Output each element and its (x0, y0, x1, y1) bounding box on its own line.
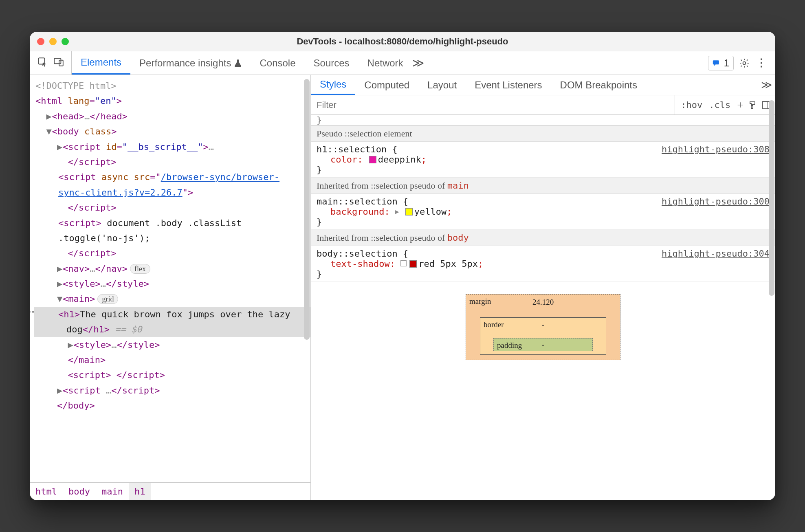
devtools-window: DevTools - localhost:8080/demo/highlight… (30, 32, 775, 500)
styles-panel: Styles Computed Layout Event Listeners D… (311, 75, 775, 500)
color-swatch-red[interactable] (409, 260, 417, 268)
subtab-computed[interactable]: Computed (355, 75, 418, 95)
html-tag-open[interactable]: <html (35, 96, 68, 106)
styles-scrollbar[interactable] (769, 100, 774, 296)
section-pseudo-selection: Pseudo ::selection element (311, 125, 775, 142)
main-tab-list: Elements Performance insights Console So… (72, 51, 424, 75)
rule-h1-selection[interactable]: highlight-pseudo:308 h1::selection { col… (311, 142, 775, 178)
selected-node-h1[interactable]: <h1>The quick brown fox jumps over the l… (34, 307, 310, 337)
styles-list[interactable]: } Pseudo ::selection element highlight-p… (311, 115, 775, 500)
box-model: margin 24.120 border - padding - (311, 282, 775, 360)
bs-script-node[interactable]: <script (63, 142, 106, 152)
crumb-h1[interactable]: h1 (129, 483, 151, 500)
crumb-html[interactable]: html (30, 483, 63, 500)
style-node-2[interactable]: <style> (73, 340, 111, 350)
section-inherited-main: Inherited from ::selection pseudo of mai… (311, 178, 775, 194)
clipped-rule-end: } (311, 115, 775, 125)
svg-point-3 (743, 62, 746, 64)
subtab-styles[interactable]: Styles (311, 75, 355, 95)
toolbar-left (30, 51, 72, 75)
toggle-cls[interactable]: .cls (706, 100, 734, 110)
tab-elements[interactable]: Elements (72, 51, 130, 75)
titlebar: DevTools - localhost:8080/demo/highlight… (30, 32, 775, 51)
issues-icon (713, 59, 721, 67)
svg-rect-1 (54, 58, 61, 64)
filter-actions: :hov .cls + (675, 95, 775, 114)
flask-icon (234, 59, 242, 68)
box-model-border[interactable]: border - padding - (480, 317, 606, 355)
more-menu-button[interactable]: ⋮ (755, 57, 768, 69)
subtab-event-listeners[interactable]: Event Listeners (466, 75, 551, 95)
layout-badge-flex[interactable]: flex (130, 264, 150, 274)
color-swatch-yellow[interactable] (405, 208, 413, 215)
tab-network[interactable]: Network (359, 51, 412, 75)
crumb-main[interactable]: main (96, 483, 129, 500)
body-node[interactable]: <body (52, 126, 84, 136)
main-node[interactable]: <main> (63, 294, 95, 304)
subtab-layout[interactable]: Layout (418, 75, 466, 95)
device-toggle-icon[interactable] (53, 57, 64, 70)
shadow-icon[interactable] (400, 260, 408, 268)
rule-main-selection[interactable]: highlight-pseudo:300 main::selection { b… (311, 194, 775, 230)
styles-subtabs: Styles Computed Layout Event Listeners D… (311, 75, 775, 95)
tab-performance-insights-label: Performance insights (139, 57, 231, 69)
inline-script-node[interactable]: <script> (58, 218, 101, 228)
toolbar-right: 1 ⋮ (708, 51, 775, 75)
tab-performance-insights[interactable]: Performance insights (130, 51, 251, 75)
source-link-1[interactable]: highlight-pseudo:308 (662, 144, 770, 154)
crumb-body[interactable]: body (63, 483, 96, 500)
main-toolbar: Elements Performance insights Console So… (30, 51, 775, 75)
subtab-dom-breakpoints[interactable]: DOM Breakpoints (551, 75, 646, 95)
new-style-rule-button[interactable]: + (734, 99, 747, 112)
filter-row: :hov .cls + (311, 95, 775, 115)
gear-icon (739, 58, 750, 68)
empty-script-node[interactable]: <script> </script> (68, 370, 165, 380)
box-model-padding[interactable]: padding - (493, 338, 593, 351)
style-node[interactable]: <style> (63, 279, 101, 289)
nav-node[interactable]: <nav> (63, 264, 90, 274)
settings-button[interactable] (738, 58, 751, 68)
subtab-overflow[interactable]: ≫ (757, 75, 775, 95)
issues-count: 1 (724, 57, 729, 69)
breadcrumb: html body main h1 (30, 482, 310, 500)
issues-button[interactable]: 1 (708, 56, 734, 70)
inspect-element-icon[interactable] (37, 57, 48, 70)
tab-console[interactable]: Console (251, 51, 304, 75)
toggle-hov[interactable]: :hov (677, 100, 706, 110)
browsersync-script-node[interactable]: <script (58, 172, 101, 182)
dom-tree[interactable]: <!DOCTYPE html> <html lang="en"> ▶<head>… (30, 75, 310, 482)
layout-badge-grid[interactable]: grid (97, 294, 118, 304)
box-model-margin[interactable]: margin 24.120 border - padding - (466, 294, 620, 360)
paint-icon[interactable] (748, 100, 758, 110)
styles-filter-input[interactable] (311, 95, 675, 114)
window-title: DevTools - localhost:8080/demo/highlight… (30, 36, 775, 47)
doctype: <!DOCTYPE html> (35, 81, 117, 91)
source-link-2[interactable]: highlight-pseudo:300 (662, 196, 770, 207)
section-inherited-body: Inherited from ::selection pseudo of bod… (311, 230, 775, 246)
tab-sources[interactable]: Sources (305, 51, 359, 75)
source-link-3[interactable]: highlight-pseudo:304 (662, 248, 770, 259)
head-node[interactable]: <head> (52, 111, 84, 121)
content-split: <!DOCTYPE html> <html lang="en"> ▶<head>… (30, 75, 775, 500)
elements-scrollbar[interactable] (304, 79, 310, 340)
script-node-last[interactable]: <script (63, 385, 106, 396)
rule-body-selection[interactable]: highlight-pseudo:304 body::selection { t… (311, 246, 775, 282)
tab-overflow-button[interactable]: ≫ (412, 56, 424, 70)
color-swatch-deeppink[interactable] (369, 156, 376, 163)
elements-panel: <!DOCTYPE html> <html lang="en"> ▶<head>… (30, 75, 311, 500)
